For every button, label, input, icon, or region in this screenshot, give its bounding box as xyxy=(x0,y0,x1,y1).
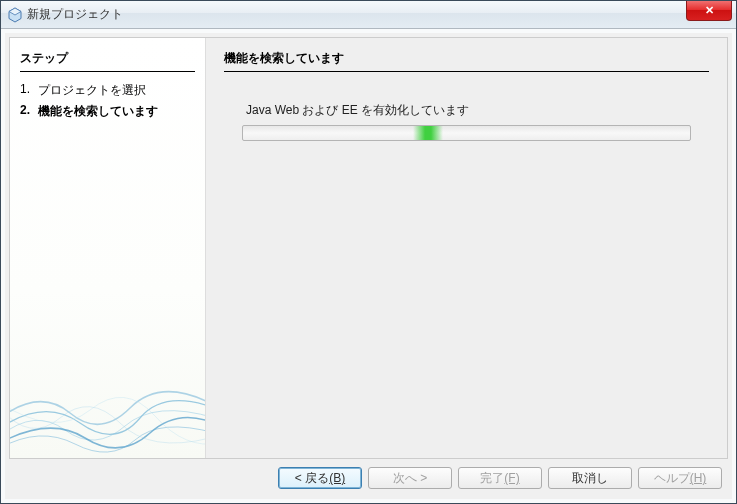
titlebar[interactable]: 新規プロジェクト ✕ xyxy=(1,1,736,29)
progress-indicator xyxy=(413,126,443,140)
step-label: プロジェクトを選択 xyxy=(38,82,146,99)
finish-button[interactable]: 完了(F) xyxy=(458,467,542,489)
dialog-body: ステップ 1. プロジェクトを選択 2. 機能を検索しています xyxy=(1,29,736,503)
step-number: 1. xyxy=(20,82,38,99)
step-number: 2. xyxy=(20,103,38,120)
step-list: 1. プロジェクトを選択 2. 機能を検索しています xyxy=(20,80,195,122)
step-label: 機能を検索しています xyxy=(38,103,158,120)
step-item-current: 2. 機能を検索しています xyxy=(20,101,195,122)
main-panel: 機能を検索しています Java Web および EE を有効化しています xyxy=(206,38,727,458)
sidebar-header: ステップ xyxy=(20,50,195,72)
window-title: 新規プロジェクト xyxy=(27,6,123,23)
dialog-window: 新規プロジェクト ✕ ステップ 1. プロジェクトを選択 2. 機能を検索してい… xyxy=(0,0,737,504)
back-button[interactable]: < 戻る(B) xyxy=(278,467,362,489)
help-button[interactable]: ヘルプ(H) xyxy=(638,467,722,489)
close-icon: ✕ xyxy=(705,4,714,17)
main-header: 機能を検索しています xyxy=(224,50,709,72)
progress-bar xyxy=(242,125,691,141)
close-button[interactable]: ✕ xyxy=(686,1,732,21)
cancel-button[interactable]: 取消し xyxy=(548,467,632,489)
content-area: ステップ 1. プロジェクトを選択 2. 機能を検索しています xyxy=(9,37,728,459)
status-text: Java Web および EE を有効化しています xyxy=(246,102,709,119)
button-row: < 戻る(B) 次へ > 完了(F) 取消し ヘルプ(H) xyxy=(5,461,732,499)
decorative-waves xyxy=(10,348,206,458)
step-item: 1. プロジェクトを選択 xyxy=(20,80,195,101)
next-button[interactable]: 次へ > xyxy=(368,467,452,489)
steps-sidebar: ステップ 1. プロジェクトを選択 2. 機能を検索しています xyxy=(10,38,206,458)
app-icon xyxy=(7,7,23,23)
